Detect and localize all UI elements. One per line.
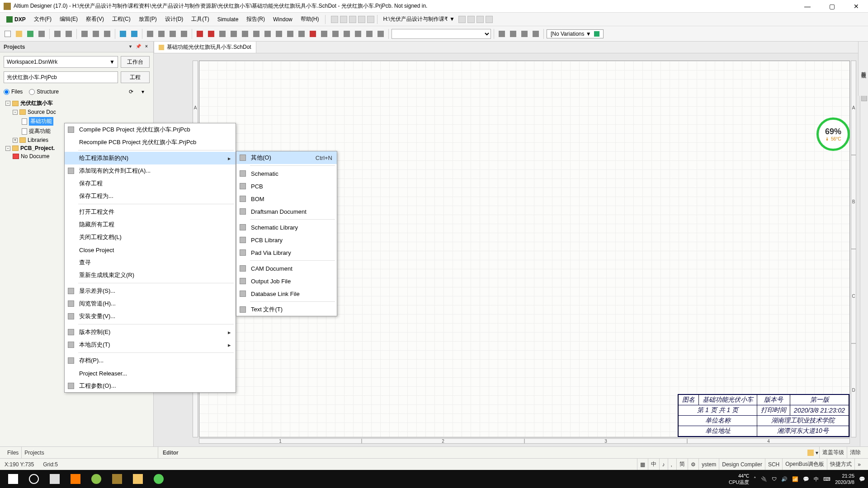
menu-item[interactable]: 编辑(E) [56, 14, 81, 24]
tool-icon[interactable] [531, 29, 541, 39]
mask-icon[interactable] [807, 450, 814, 456]
status-icon[interactable]: ▦ [637, 459, 648, 470]
menu-item[interactable]: PCB Library [236, 234, 337, 246]
cortana-button[interactable] [24, 470, 44, 488]
menu-item[interactable]: 查寻 [65, 256, 236, 269]
files-tab[interactable]: Files [5, 447, 21, 458]
tray-ime-icon[interactable]: 中 [814, 476, 819, 483]
menu-item[interactable]: 添加现有的文件到工程(A)... [65, 164, 236, 177]
project-button[interactable]: 工程 [121, 71, 150, 83]
menu-item[interactable]: 阅览管道(H)... [65, 297, 236, 310]
menu-item[interactable]: Pad Via Library [236, 246, 337, 259]
tool-icon[interactable] [145, 29, 155, 39]
tool-icon[interactable] [376, 29, 386, 39]
tool-icon[interactable] [519, 29, 529, 39]
tool-icon[interactable] [195, 29, 205, 39]
menu-item[interactable]: 保存工程为... [65, 190, 236, 202]
tray-wifi-icon[interactable]: 📶 [792, 476, 798, 482]
menu-item[interactable]: 放置(P) [135, 14, 160, 24]
menu-icon[interactable] [331, 16, 338, 23]
tool-icon[interactable] [168, 29, 178, 39]
nav-fwd-icon[interactable] [467, 16, 475, 23]
menu-item[interactable]: 其他(O)Ctrl+N [236, 151, 337, 164]
menu-item[interactable]: 安装变量(V)... [65, 310, 236, 323]
workspace-combo[interactable]: Workspace1.DsnWrk▼ [4, 56, 118, 68]
status-panel-button[interactable]: SCH [765, 459, 782, 470]
tool-icon[interactable] [240, 29, 250, 39]
menu-item[interactable]: 工程(C) [108, 14, 134, 24]
tray-icon[interactable]: 💬 [803, 476, 809, 482]
tool-icon[interactable] [508, 29, 518, 39]
panel-dropdown-icon[interactable]: ▾ [127, 44, 133, 50]
menu-item[interactable]: Output Job File [236, 275, 337, 287]
menu-item[interactable]: 察看(V) [82, 14, 108, 24]
status-icon[interactable]: , [668, 459, 677, 470]
taskbar-app[interactable] [44, 470, 65, 488]
tool-icon[interactable] [319, 29, 329, 39]
save-icon[interactable] [25, 29, 35, 39]
menu-icon[interactable] [358, 16, 365, 23]
copy-icon[interactable] [91, 29, 101, 39]
menu-item[interactable]: CAM Document [236, 262, 337, 275]
minimize-button[interactable]: — [799, 3, 816, 10]
status-more[interactable]: » [854, 459, 863, 470]
menu-item[interactable]: 工程参数(O)... [65, 380, 236, 392]
status-panel-button[interactable]: ystem [698, 459, 719, 470]
tray-clock[interactable]: 21:252020/3/8 [835, 473, 854, 485]
menu-item[interactable]: 给工程添加新的(N)▸ [65, 152, 236, 164]
menu-item[interactable]: 设计(D) [161, 14, 187, 24]
tool-icon[interactable] [274, 29, 284, 39]
status-icon[interactable]: 中 [648, 459, 659, 470]
maximize-button[interactable]: ▢ [824, 3, 840, 10]
tool-icon[interactable] [308, 29, 318, 39]
undo-icon[interactable] [118, 29, 128, 39]
menu-item[interactable]: 显示差异(S)... [65, 285, 236, 297]
tool-icon[interactable] [251, 29, 261, 39]
side-tab-clipboard[interactable]: 剪贴板 收藏 [858, 42, 868, 96]
tool-icon[interactable] [297, 29, 307, 39]
structure-radio[interactable]: Structure [29, 89, 59, 95]
menu-item[interactable]: Schematic Library [236, 221, 337, 234]
document-tab[interactable]: 基础功能光伏红旗玩具小车.SchDot [154, 41, 256, 53]
home-icon[interactable] [476, 16, 484, 23]
tool-icon[interactable] [206, 29, 216, 39]
tool-icon[interactable] [156, 29, 166, 39]
menu-item[interactable]: PCB [236, 180, 337, 192]
menu-item[interactable]: 版本控制(E)▸ [65, 326, 236, 338]
menu-item[interactable]: Text 文件(T) [236, 303, 337, 316]
tool-icon[interactable] [330, 29, 340, 39]
status-panel-button[interactable]: Design Compiler [719, 459, 765, 470]
menu-icon[interactable] [367, 16, 374, 23]
menu-item[interactable]: 本地历史(T)▸ [65, 338, 236, 351]
taskbar-app[interactable] [86, 470, 107, 488]
tray-keyboard-icon[interactable]: ⌨ [823, 476, 830, 482]
menu-item[interactable]: Draftsman Document [236, 205, 337, 218]
dxp-menu[interactable]: DXP [3, 15, 29, 24]
menu-item[interactable]: Close Project [65, 244, 236, 256]
taskbar-app[interactable] [148, 470, 169, 488]
taskbar-explorer[interactable] [127, 470, 148, 488]
tool-icon[interactable] [217, 29, 227, 39]
menu-item[interactable]: 报告(R) [243, 14, 269, 24]
tool-icon[interactable] [342, 29, 352, 39]
net-combo[interactable] [392, 29, 491, 39]
files-radio[interactable]: Files [4, 89, 23, 95]
menu-item[interactable]: Simulate [214, 15, 242, 24]
tray-notifications-icon[interactable]: 💬 [859, 476, 865, 482]
print-icon[interactable] [37, 29, 47, 39]
menu-item[interactable]: Window [269, 15, 296, 24]
menu-item[interactable]: Database Link File [236, 287, 337, 300]
menu-icon[interactable] [349, 16, 356, 23]
panel-close-icon[interactable]: × [143, 44, 150, 50]
tool-icon[interactable] [364, 29, 374, 39]
variations-dropdown[interactable]: [No Variations ▼ [547, 29, 604, 38]
redo-icon[interactable] [129, 29, 139, 39]
mask-level-button[interactable]: 遮盖等级 [819, 447, 847, 458]
workbench-button[interactable]: 工作台 [121, 56, 150, 68]
start-button[interactable] [3, 470, 24, 488]
zoom-fit-icon[interactable] [64, 29, 74, 39]
tray-volume-icon[interactable]: 🔊 [781, 476, 788, 482]
tray-icon[interactable]: 🛡 [772, 476, 777, 482]
status-panel-button[interactable]: OpenBus调色板 [782, 459, 827, 470]
status-icon[interactable]: ⚙ [688, 459, 698, 470]
